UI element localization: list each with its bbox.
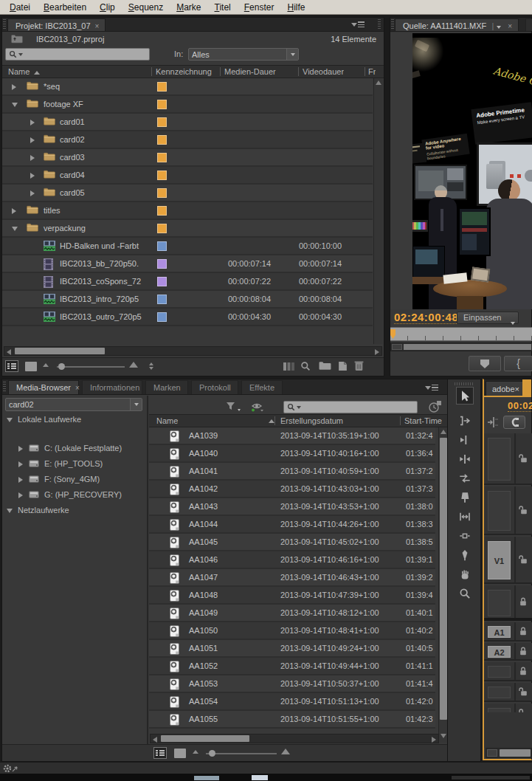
twirl-closed-icon[interactable] <box>12 84 16 90</box>
media-row-AA1052[interactable]: AA10522013-09-14T10:49:44+1:0001:41:1 <box>149 658 435 675</box>
zoom-out-icon[interactable] <box>193 747 198 754</box>
tab-marken[interactable]: Marken <box>145 380 188 394</box>
close-icon[interactable]: × <box>508 22 512 30</box>
track-assign-empty[interactable] <box>488 590 511 616</box>
media-column-2[interactable]: Start-Time <box>404 416 442 425</box>
track-assign-empty[interactable] <box>488 438 511 481</box>
tool-slip[interactable] <box>456 508 474 526</box>
zoom-out-icon[interactable] <box>43 360 49 367</box>
tree-drive-e[interactable]: E: (HP_TOOLS) <box>18 459 103 473</box>
tree-drive-c[interactable]: C: (Lokale Festplatte) <box>18 444 122 458</box>
panel-grip[interactable] <box>378 19 381 30</box>
column-header-1[interactable]: Kennzeichnung <box>156 67 212 76</box>
media-row-AA1047[interactable]: AA10472013-09-14T10:46:43+1:0001:39:2 <box>149 569 435 587</box>
column-header-0[interactable]: Name <box>8 67 40 76</box>
column-divider[interactable] <box>220 67 221 76</box>
twirl-closed-icon[interactable] <box>30 120 35 125</box>
label-swatch[interactable] <box>157 259 167 269</box>
zoom-in-icon[interactable] <box>281 749 290 754</box>
media-column-1[interactable]: Erstellungsdatum <box>280 416 343 425</box>
source-zoom-bar[interactable] <box>390 343 532 351</box>
column-divider[interactable] <box>365 67 365 76</box>
project-row-IBC2013_bb_720p50.[interactable]: IBC2013_bb_720p50.00:00:07:1400:00:07:14 <box>2 255 373 273</box>
list-view-button[interactable] <box>153 747 167 759</box>
close-icon[interactable]: × <box>515 385 519 393</box>
media-row-AA1049[interactable]: AA10492013-09-14T10:48:12+1:0001:40:1 <box>149 605 435 622</box>
gear-icon[interactable] <box>3 764 19 773</box>
twirl-open-icon[interactable] <box>12 103 18 107</box>
label-swatch[interactable] <box>157 153 167 162</box>
track-lock-open[interactable] <box>514 683 531 701</box>
fit-dropdown[interactable]: Einpassen <box>457 312 519 324</box>
scroll-up-icon[interactable] <box>376 80 381 85</box>
panel-grip[interactable] <box>455 382 474 385</box>
scrollbar-thumb[interactable] <box>161 735 249 742</box>
scroll-right-icon[interactable] <box>432 737 436 743</box>
project-row-card02[interactable]: card02 <box>2 131 373 149</box>
scrollbar-thumb[interactable] <box>500 749 531 757</box>
tab-timeline[interactable]: adobe× <box>486 381 525 396</box>
label-swatch[interactable] <box>157 135 167 145</box>
media-row-AA1039[interactable]: AA10392013-09-14T10:35:19+1:0001:32:4 <box>149 427 435 445</box>
timeline-horizontal-scrollbar[interactable] <box>486 748 532 758</box>
project-row-card01[interactable]: card01 <box>2 114 373 131</box>
slider-knob[interactable] <box>209 750 215 757</box>
menu-bearbeiten[interactable]: Bearbeiten <box>37 1 93 14</box>
track-lock-open[interactable] <box>514 486 531 534</box>
project-search-input[interactable] <box>5 48 150 61</box>
source-timecode[interactable]: 02:24:00:48 <box>394 311 458 324</box>
project-row-IBC2013_coSpons_72[interactable]: IBC2013_coSpons_7200:00:07:2200:00:07:22 <box>2 273 373 291</box>
tab-effect-controls[interactable]: E <box>525 18 532 31</box>
twirl-closed-icon[interactable] <box>18 477 23 483</box>
track-lock-closed[interactable] <box>514 643 531 659</box>
tool-ripple-edit[interactable] <box>456 431 474 449</box>
label-swatch[interactable] <box>157 277 167 286</box>
media-row-AA1044[interactable]: AA10442013-09-14T10:44:26+1:0001:38:3 <box>149 516 435 534</box>
slider-knob[interactable] <box>58 363 65 370</box>
twirl-closed-icon[interactable] <box>12 208 16 214</box>
marker-button[interactable] <box>469 356 501 371</box>
media-row-AA1046[interactable]: AA10462013-09-14T10:46:16+1:0001:39:1 <box>149 551 435 569</box>
zoombar-grip[interactable] <box>392 344 402 350</box>
track-lock-closed[interactable] <box>514 585 531 618</box>
track-assign-empty[interactable] <box>488 666 511 678</box>
tab-informationen[interactable]: Informationen <box>82 380 142 394</box>
project-row-footage XF[interactable]: footage XF <box>2 96 373 114</box>
icon-view-button[interactable] <box>25 360 37 371</box>
twirl-closed-icon[interactable] <box>30 155 35 161</box>
filter-scope-dropdown[interactable]: Alles <box>188 48 299 61</box>
panel-menu-icon[interactable] <box>425 383 438 392</box>
media-column-0[interactable]: Name <box>156 416 178 425</box>
label-swatch[interactable] <box>157 241 167 251</box>
panel-menu-icon[interactable] <box>351 20 365 29</box>
label-swatch[interactable] <box>157 295 167 304</box>
tool-rolling-edit[interactable] <box>456 450 474 468</box>
tool-slide[interactable] <box>456 527 474 545</box>
column-divider[interactable] <box>400 416 401 425</box>
tab-project[interactable]: Projekt: IBC2013_07× <box>7 18 106 31</box>
project-horizontal-scrollbar[interactable] <box>4 346 382 356</box>
filter-icon[interactable] <box>226 402 236 411</box>
label-swatch[interactable] <box>157 224 167 233</box>
track-lock-closed[interactable] <box>514 622 531 640</box>
track-assign-A1[interactable]: A1 <box>488 626 511 638</box>
panel-grip[interactable] <box>391 19 394 30</box>
column-header-4[interactable]: Fr <box>368 67 376 76</box>
label-swatch[interactable] <box>157 117 167 127</box>
media-row-AA1053[interactable]: AA10532013-09-14T10:50:37+1:0001:41:4 <box>149 675 435 693</box>
tree-drive-g[interactable]: G: (HP_RECOVERY) <box>18 490 122 504</box>
label-swatch[interactable] <box>157 82 167 92</box>
menu-datei[interactable]: Datei <box>3 1 37 14</box>
column-divider[interactable] <box>151 67 152 76</box>
label-swatch[interactable] <box>157 206 167 216</box>
project-vertical-scrollbar[interactable] <box>373 78 383 344</box>
playhead-marker[interactable] <box>390 329 395 339</box>
media-row-AA1050[interactable]: AA10502013-09-14T10:48:41+1:0001:40:2 <box>149 622 435 640</box>
preview-eye-icon[interactable] <box>251 402 264 412</box>
menu-sequenz[interactable]: Sequenz <box>122 1 170 14</box>
search-options-icon[interactable] <box>297 406 301 409</box>
tool-hand[interactable] <box>456 565 474 583</box>
track-lock-closed[interactable] <box>514 662 531 680</box>
media-row-AA1051[interactable]: AA10512013-09-14T10:49:24+1:0001:40:5 <box>149 640 435 658</box>
chevron-down-icon[interactable] <box>286 49 298 60</box>
